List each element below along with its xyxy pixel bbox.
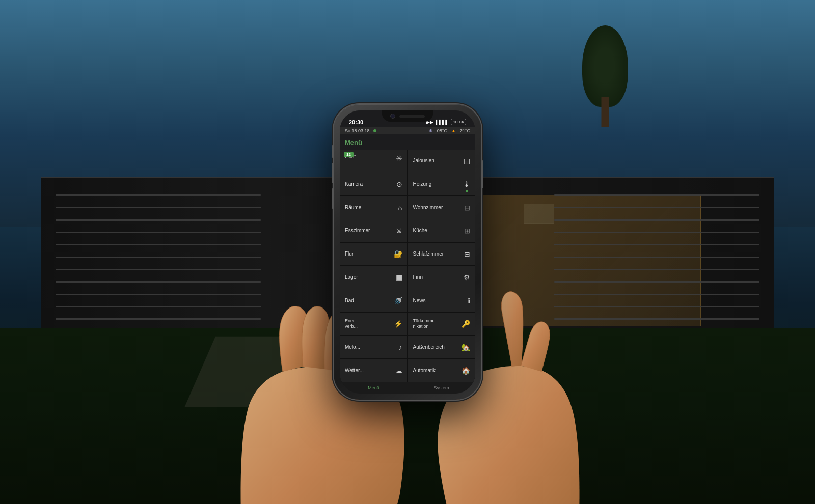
news-label: News [413, 298, 426, 304]
energie-label: Ener-verb... [345, 318, 358, 329]
raeume-label: Räume [345, 205, 361, 211]
menu-item-jalousien[interactable]: Jalousien ▤ [408, 150, 476, 173]
bad-icon: 🚿 [394, 297, 402, 305]
menu-item-flur[interactable]: Flur 🔐 [340, 243, 408, 266]
menu-item-automatik[interactable]: Automatik 🏠 [408, 359, 476, 382]
melodie-icon: ♪ [399, 343, 402, 351]
jalousien-label: Jalousien [413, 158, 434, 164]
menu-title: Menü [345, 138, 362, 146]
licht-icon: ✳ [396, 154, 402, 163]
phone-speaker [399, 115, 425, 118]
kueche-label: Küche [413, 228, 427, 234]
menu-item-esszimmer[interactable]: Esszimmer ⚔ [340, 219, 408, 242]
news-icon: ℹ [468, 297, 470, 305]
heizung-dot [466, 190, 468, 192]
bottom-nav: Menü System [340, 382, 475, 394]
nav-system[interactable]: System [408, 382, 475, 394]
phone-wrapper: 20:30 ▶▶ ▌▌▌▌ 100% So 18.03.18 ❄ 08°C ▲ … [334, 104, 481, 400]
temp-cold-icon: ❄ [429, 128, 433, 133]
menu-item-wohnzimmer[interactable]: Wohnzimmer ⊟ [408, 196, 476, 219]
aussenbereich-label: Außenbereich [413, 344, 445, 350]
menu-item-news[interactable]: News ℹ [408, 289, 476, 312]
aussenbereich-icon: 🏡 [461, 343, 470, 351]
battery-icon: 100% [451, 119, 466, 125]
menu-item-licht[interactable]: Licht 12 ✳ [340, 150, 408, 173]
melodie-label: Melo... [345, 344, 360, 350]
menu-item-energie[interactable]: Ener-verb... ⚡ [340, 313, 408, 335]
front-camera [390, 114, 395, 119]
lager-label: Lager [345, 274, 358, 281]
finn-label: Finn [413, 274, 423, 281]
menu-item-aussenbereich[interactable]: Außenbereich 🏡 [408, 336, 476, 359]
esszimmer-label: Esszimmer [345, 228, 370, 234]
heizung-label: Heizung [413, 181, 432, 187]
kueche-icon: ⊞ [464, 227, 470, 235]
wetter-icon: ☁ [395, 367, 402, 375]
bad-label: Bad [345, 298, 354, 304]
menu-header: Menü [340, 134, 475, 150]
tree-canopy [582, 25, 628, 107]
menu-item-lager[interactable]: Lager ▦ [340, 266, 408, 289]
nav-system-label: System [410, 385, 473, 390]
menu-item-schlafzimmer[interactable]: Schlafzimmer ⊟ [408, 243, 476, 266]
menu-item-wetter[interactable]: Wetter... ☁ [340, 359, 408, 382]
raeume-icon: ⌂ [398, 204, 402, 212]
nav-menu-label: Menü [342, 385, 405, 390]
temp-cold-value: 08°C [437, 128, 447, 133]
automatik-label: Automatik [413, 368, 436, 374]
wetter-label: Wetter... [345, 368, 364, 374]
esszimmer-icon: ⚔ [396, 227, 402, 235]
kamera-icon: ⊙ [396, 180, 402, 188]
temp-warm-value: 21°C [460, 128, 470, 133]
status-icons: ▶▶ ▌▌▌▌ 100% [426, 119, 466, 125]
lager-icon: ▦ [396, 273, 402, 282]
schlafzimmer-icon: ⊟ [464, 250, 470, 258]
status-time: 20:30 [349, 119, 363, 125]
wohnzimmer-icon: ⊟ [464, 204, 470, 212]
info-bar: So 18.03.18 ❄ 08°C ▲ 21°C [340, 127, 475, 134]
licht-badge: 12 [344, 152, 354, 157]
date-label: So 18.03.18 [345, 128, 370, 133]
menu-item-finn[interactable]: Finn ⚙ [408, 266, 476, 289]
jalousien-icon: ▤ [464, 157, 470, 165]
temp-warm-icon: ▲ [451, 128, 456, 133]
menu-item-kamera[interactable]: Kamera ⊙ [340, 173, 408, 196]
automatik-icon: 🏠 [461, 367, 470, 375]
finn-icon: ⚙ [464, 273, 470, 282]
tuerkommunikation-icon: 🔑 [461, 320, 470, 328]
energie-icon: ⚡ [394, 320, 402, 328]
menu-grid: Licht 12 ✳ Jalousien ▤ Kamera ⊙ Hei [340, 150, 475, 382]
phone: 20:30 ▶▶ ▌▌▌▌ 100% So 18.03.18 ❄ 08°C ▲ … [334, 104, 481, 400]
menu-item-raeume[interactable]: Räume ⌂ [340, 196, 408, 219]
kamera-label: Kamera [345, 181, 363, 187]
tuerkommunikation-label: Türkommu-nikation [413, 318, 437, 329]
menu-item-tuerkommunikation[interactable]: Türkommu-nikation 🔑 [408, 313, 476, 335]
flur-icon: 🔐 [394, 250, 402, 258]
phone-screen: 20:30 ▶▶ ▌▌▌▌ 100% So 18.03.18 ❄ 08°C ▲ … [340, 110, 475, 394]
menu-item-bad[interactable]: Bad 🚿 [340, 289, 408, 312]
flur-label: Flur [345, 251, 354, 257]
heizung-icon: 🌡 [463, 180, 470, 188]
menu-item-heizung[interactable]: Heizung 🌡 [408, 173, 476, 196]
menu-item-melodie[interactable]: Melo... ♪ [340, 336, 408, 359]
nav-menu[interactable]: Menü [340, 382, 408, 394]
signal-icon: ▌▌▌▌ [436, 120, 449, 125]
tree [575, 25, 636, 127]
status-dot [373, 129, 376, 132]
phone-notch [382, 110, 433, 122]
menu-item-kueche[interactable]: Küche ⊞ [408, 219, 476, 242]
weather-info: ❄ 08°C ▲ 21°C [429, 128, 470, 133]
wohnzimmer-label: Wohnzimmer [413, 205, 443, 211]
schlafzimmer-label: Schlafzimmer [413, 251, 444, 257]
tree-trunk [602, 97, 609, 127]
